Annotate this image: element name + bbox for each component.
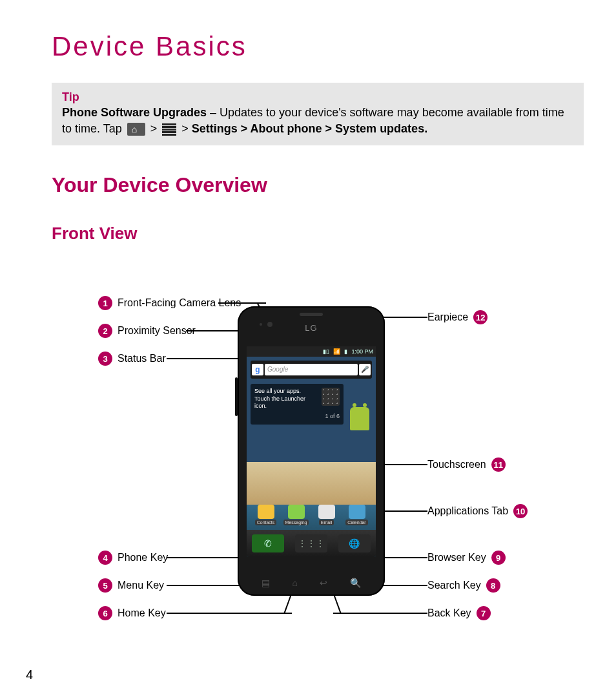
callout-label: Back Key — [427, 607, 471, 619]
launcher-hint: See all your apps. Touch the Launcher ic… — [251, 384, 344, 425]
tip-heading: Tip — [62, 89, 573, 105]
dock-label: Email — [319, 520, 334, 525]
email-icon — [318, 505, 335, 519]
callout-badge-12: 12 — [473, 310, 488, 324]
status-bar: ▮▯ 📶 ▮ 1:00 PM — [247, 346, 376, 357]
callout-label: Home Key — [118, 607, 166, 619]
calendar-icon — [349, 505, 365, 519]
callout-label: Appplications Tab — [427, 505, 508, 517]
bottom-tray: ✆ ⋮⋮⋮ 🌐 — [247, 530, 376, 557]
heading-front-view: Front View — [52, 224, 137, 244]
callout-badge-11: 11 — [491, 457, 506, 472]
dock-label: Calendar — [345, 520, 367, 525]
callout-badge-2: 2 — [98, 324, 112, 338]
callout-badge-5: 5 — [98, 578, 112, 593]
contacts-icon — [258, 505, 274, 519]
callout-apps-tab: 10 Appplications Tab — [427, 504, 528, 518]
callout-earpiece: 12 Earpiece — [427, 310, 488, 324]
callout-phone-key: 4 Phone Key — [98, 551, 168, 565]
home-key-icon: ⌂ — [293, 578, 298, 588]
leader-line — [333, 613, 427, 614]
google-g-icon: g — [252, 364, 263, 375]
earpiece-slot — [300, 313, 323, 316]
dock-label: Messaging — [283, 520, 309, 525]
signal-icon: ▮▯ — [323, 348, 329, 355]
callout-badge-3: 3 — [98, 352, 112, 366]
tip-path: Settings > About phone > System updates. — [192, 122, 427, 135]
leader-line — [167, 613, 292, 614]
callout-label: Front-Facing Camera Lens — [118, 297, 241, 309]
dock-messaging: Messaging — [283, 501, 309, 525]
dock-calendar: Calendar — [344, 501, 370, 525]
apps-grid-icon — [162, 123, 176, 136]
mic-icon: 🎤 — [359, 364, 371, 375]
soft-keys: ▤ ⌂ ↩ 🔍 — [251, 576, 372, 589]
home-icon — [127, 123, 145, 136]
phone-illustration: LG ▮▯ 📶 ▮ 1:00 PM g Google 🎤 See all you… — [238, 306, 385, 596]
search-placeholder: Google — [265, 364, 358, 375]
status-time: 1:00 PM — [351, 348, 373, 355]
search-widget: g Google 🎤 — [251, 361, 372, 379]
battery-icon: ▮ — [344, 348, 347, 355]
dock-label: Contacts — [255, 520, 277, 525]
callout-menu-key: 5 Menu Key — [98, 578, 164, 593]
back-key-icon: ↩ — [320, 578, 327, 588]
callout-label: Proximity Sensor — [118, 325, 196, 337]
dock-email: Email — [314, 501, 340, 525]
page-title: Device Basics — [52, 31, 247, 62]
callout-search-key: 8 Search Key — [427, 578, 500, 593]
callout-label: Status Bar — [118, 353, 166, 364]
messaging-icon — [288, 505, 305, 519]
menu-key-icon: ▤ — [262, 578, 270, 588]
callout-proximity: 2 Proximity Sensor — [98, 324, 196, 338]
tip-gt1: > — [147, 122, 161, 135]
callout-label: Touchscreen — [427, 459, 486, 470]
callout-badge-1: 1 — [98, 296, 112, 310]
callout-label: Search Key — [427, 580, 481, 591]
callout-front-camera: 1 Front-Facing Camera Lens — [98, 296, 241, 310]
callout-badge-4: 4 — [98, 551, 112, 565]
callout-back-key: 7 Back Key — [427, 606, 491, 620]
callout-label: Earpiece — [427, 311, 468, 323]
callout-badge-9: 9 — [491, 551, 506, 565]
callout-badge-7: 7 — [477, 606, 491, 620]
launcher-grid-icon — [322, 388, 340, 406]
dock-contacts: Contacts — [253, 501, 279, 525]
page-number: 4 — [26, 668, 33, 682]
callout-status-bar: 3 Status Bar — [98, 352, 166, 366]
touchscreen: ▮▯ 📶 ▮ 1:00 PM g Google 🎤 See all your a… — [247, 346, 376, 557]
brand-logo: LG — [238, 323, 385, 333]
callout-label: Menu Key — [118, 580, 164, 591]
callout-badge-8: 8 — [486, 578, 500, 593]
callout-label: Phone Key — [118, 552, 168, 563]
callout-badge-10: 10 — [513, 504, 528, 518]
tip-box: Tip Phone Software Upgrades – Updates to… — [52, 83, 584, 145]
tip-body: Phone Software Upgrades – Updates to you… — [62, 105, 573, 136]
tip-gt2: > — [178, 122, 192, 135]
phone-key: ✆ — [252, 534, 284, 552]
volume-rocker — [235, 377, 238, 416]
dock-shelf: Contacts Messaging Email Calendar — [251, 499, 372, 527]
leader-line — [167, 358, 248, 359]
callout-home-key: 6 Home Key — [98, 606, 166, 620]
callout-badge-6: 6 — [98, 606, 112, 620]
hint-pager: 1 of 6 — [254, 413, 340, 421]
search-key-icon: 🔍 — [350, 578, 361, 588]
browser-key: 🌐 — [338, 534, 371, 552]
heading-overview: Your Device Overview — [52, 173, 267, 197]
callout-browser-key: 9 Browser Key — [427, 551, 506, 565]
apps-tab: ⋮⋮⋮ — [295, 534, 327, 552]
callout-touchscreen: 11 Touchscreen — [427, 457, 506, 472]
tip-bold-lead: Phone Software Upgrades — [62, 106, 207, 119]
wifi-icon: 📶 — [333, 348, 340, 355]
callout-label: Browser Key — [427, 552, 486, 563]
android-mascot — [350, 407, 369, 430]
